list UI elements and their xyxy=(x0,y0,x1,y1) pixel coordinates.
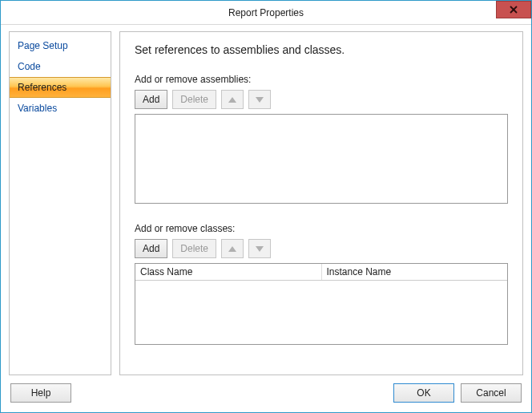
help-button[interactable]: Help xyxy=(10,383,71,403)
assemblies-label: Add or remove assemblies: xyxy=(135,74,508,85)
sidebar-item-page-setup[interactable]: Page Setup xyxy=(10,35,111,56)
classes-grid[interactable]: Class Name Instance Name xyxy=(135,263,508,345)
classes-toolbar: Add Delete xyxy=(135,239,508,258)
classes-move-down-button[interactable] xyxy=(248,239,271,258)
arrow-up-icon xyxy=(228,246,236,252)
classes-move-up-button[interactable] xyxy=(221,239,244,258)
close-button[interactable] xyxy=(496,1,531,18)
assemblies-listbox[interactable] xyxy=(135,114,508,204)
cancel-button[interactable]: Cancel xyxy=(461,383,522,403)
arrow-down-icon xyxy=(256,97,264,103)
classes-delete-button[interactable]: Delete xyxy=(172,239,216,258)
assemblies-delete-button[interactable]: Delete xyxy=(172,90,216,109)
assemblies-move-down-button[interactable] xyxy=(248,90,271,109)
sidebar: Page Setup Code References Variables xyxy=(9,31,111,375)
classes-add-button[interactable]: Add xyxy=(135,239,167,258)
dialog-window: Report Properties Page Setup Code Refere… xyxy=(0,0,532,413)
sidebar-item-variables[interactable]: Variables xyxy=(10,98,111,119)
window-title: Report Properties xyxy=(1,7,531,18)
classes-grid-header: Class Name Instance Name xyxy=(135,264,507,281)
dialog-body: Page Setup Code References Variables Set… xyxy=(1,25,531,375)
sidebar-item-code[interactable]: Code xyxy=(10,56,111,77)
column-header-class-name[interactable]: Class Name xyxy=(135,264,322,280)
sidebar-item-references[interactable]: References xyxy=(10,77,111,98)
arrow-down-icon xyxy=(256,246,264,252)
ok-button[interactable]: OK xyxy=(393,383,454,403)
column-header-instance-name[interactable]: Instance Name xyxy=(322,264,508,280)
assemblies-toolbar: Add Delete xyxy=(135,90,508,109)
page-heading: Set references to assemblies and classes… xyxy=(135,43,508,56)
classes-label: Add or remove classes: xyxy=(135,223,508,234)
dialog-footer: Help OK Cancel xyxy=(1,375,531,412)
close-icon xyxy=(510,6,518,14)
assemblies-add-button[interactable]: Add xyxy=(135,90,167,109)
titlebar: Report Properties xyxy=(1,1,531,25)
content-panel: Set references to assemblies and classes… xyxy=(119,31,523,375)
assemblies-move-up-button[interactable] xyxy=(221,90,244,109)
arrow-up-icon xyxy=(228,97,236,103)
